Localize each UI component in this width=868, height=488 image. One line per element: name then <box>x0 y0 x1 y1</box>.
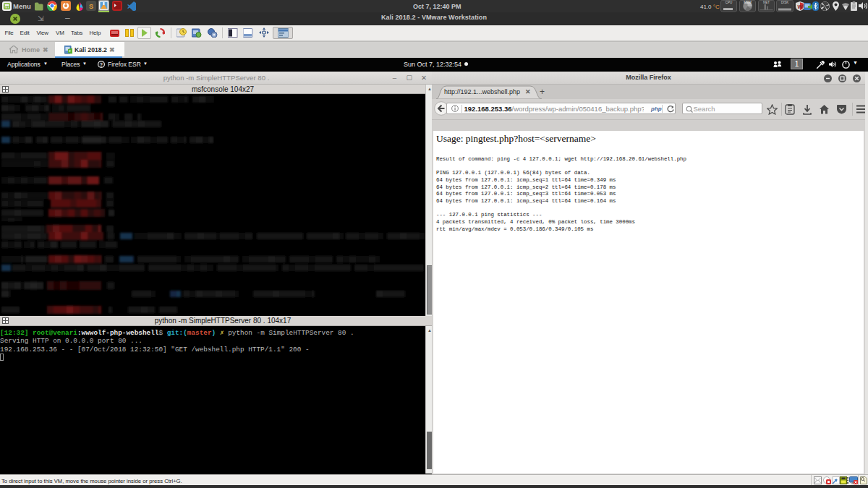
svg-text:S: S <box>89 3 93 10</box>
svg-text:NET: NET <box>763 1 770 4</box>
svg-text:lm: lm <box>4 4 10 10</box>
svg-text:CPU: CPU <box>726 1 733 4</box>
svg-text:MEM: MEM <box>744 1 752 4</box>
svg-text:W: W <box>797 4 803 10</box>
svg-text:?: ? <box>100 61 103 67</box>
svg-text:DISK: DISK <box>781 1 790 4</box>
